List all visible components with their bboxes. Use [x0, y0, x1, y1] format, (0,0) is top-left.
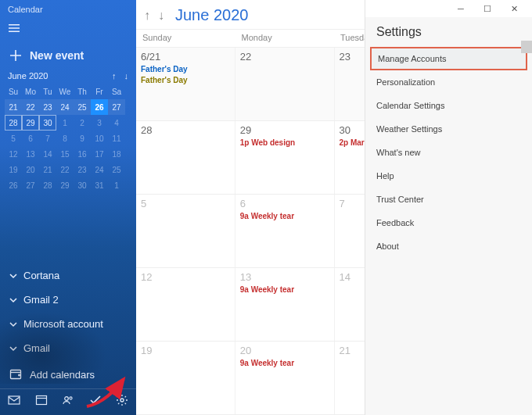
next-period-button[interactable]: ↓: [158, 9, 164, 23]
settings-item[interactable]: Weather Settings: [365, 117, 532, 141]
mini-next-button[interactable]: ↓: [124, 71, 129, 80]
day-number: 6: [240, 198, 329, 209]
settings-item[interactable]: Personalization: [365, 70, 532, 94]
mini-day[interactable]: 18: [108, 146, 125, 162]
mini-day[interactable]: 28: [5, 115, 22, 131]
calendar-day[interactable]: 12: [136, 268, 235, 341]
calendar-event[interactable]: 1p Web design: [240, 138, 329, 148]
mini-day[interactable]: 25: [108, 162, 125, 177]
mini-day[interactable]: 17: [91, 146, 108, 162]
calendar-event[interactable]: 9a Weekly tear: [240, 211, 329, 222]
mini-day[interactable]: 26: [91, 99, 108, 115]
calendar-event[interactable]: Father's Day: [141, 75, 230, 86]
settings-item[interactable]: About: [365, 234, 532, 258]
calendar-day[interactable]: 139a Weekly tear: [235, 268, 335, 341]
mini-dow: Th: [74, 84, 91, 99]
account-item[interactable]: Gmail: [0, 336, 136, 360]
mini-day[interactable]: 28: [39, 177, 56, 193]
mini-day[interactable]: 24: [56, 99, 74, 115]
calendar-event[interactable]: 9a Weekly tear: [240, 284, 329, 295]
mini-day[interactable]: 31: [91, 177, 108, 193]
calendar-day[interactable]: 5: [136, 195, 235, 267]
people-button[interactable]: [62, 394, 74, 409]
account-item[interactable]: Cortana: [0, 263, 136, 288]
settings-item[interactable]: Calendar Settings: [365, 94, 532, 117]
mini-day[interactable]: 25: [74, 99, 91, 115]
settings-panel: ─ ☐ ✕ Settings Manage AccountsPersonaliz…: [365, 0, 532, 415]
settings-item[interactable]: Feedback: [365, 211, 532, 234]
close-button[interactable]: ✕: [501, 4, 527, 14]
mini-day[interactable]: 30: [39, 115, 56, 131]
mini-day[interactable]: 14: [39, 146, 56, 162]
mini-day[interactable]: 2: [74, 115, 91, 131]
scrollbar-thumb[interactable]: [521, 41, 532, 53]
mini-day[interactable]: 27: [108, 99, 125, 115]
calendar-event[interactable]: Father's Day: [141, 64, 230, 75]
mini-day[interactable]: 3: [91, 115, 108, 131]
mini-dow: Tu: [39, 84, 56, 99]
mini-calendar[interactable]: SuMoTuWeThFrSa21222324252627282930123456…: [0, 84, 136, 198]
settings-item[interactable]: What's new: [365, 141, 532, 164]
mini-prev-button[interactable]: ↑: [112, 71, 117, 80]
mini-day[interactable]: 30: [74, 177, 91, 193]
mini-day[interactable]: 26: [5, 177, 22, 193]
mini-day[interactable]: 4: [108, 115, 125, 131]
dow-label: Sunday: [136, 33, 235, 42]
mail-button[interactable]: [8, 394, 20, 409]
mini-day[interactable]: 15: [56, 146, 74, 162]
mini-day[interactable]: 5: [5, 131, 22, 146]
calendar-day[interactable]: 19: [136, 342, 235, 414]
settings-item[interactable]: Help: [365, 164, 532, 188]
settings-button[interactable]: [116, 394, 128, 409]
mini-month-label: June 2020: [8, 71, 48, 80]
prev-period-button[interactable]: ↑: [144, 9, 150, 23]
mini-day[interactable]: 20: [22, 162, 39, 177]
maximize-button[interactable]: ☐: [474, 4, 501, 14]
mini-day[interactable]: 11: [108, 131, 125, 146]
mini-day[interactable]: 6: [22, 131, 39, 146]
chevron-down-icon: [9, 320, 17, 328]
mini-day[interactable]: 9: [74, 131, 91, 146]
mini-day[interactable]: 24: [91, 162, 108, 177]
calendar-button[interactable]: [35, 394, 48, 409]
calendar-day[interactable]: 209a Weekly tear: [235, 342, 335, 414]
account-item[interactable]: Microsoft account: [0, 312, 136, 336]
hamburger-button[interactable]: [0, 16, 136, 43]
account-item[interactable]: Gmail 2: [0, 288, 136, 312]
day-number: 6/21: [141, 51, 230, 63]
minimize-button[interactable]: ─: [448, 4, 474, 13]
add-calendars-button[interactable]: Add calendars: [0, 360, 136, 388]
mini-day[interactable]: 27: [22, 177, 39, 193]
new-event-button[interactable]: New event: [0, 43, 136, 71]
mini-day[interactable]: 23: [74, 162, 91, 177]
mini-day[interactable]: 19: [5, 162, 22, 177]
mini-day[interactable]: 21: [5, 99, 22, 115]
mini-day[interactable]: 29: [56, 177, 74, 193]
mini-day[interactable]: 1: [56, 115, 74, 131]
period-title[interactable]: June 2020: [175, 6, 248, 24]
mini-day[interactable]: 21: [39, 162, 56, 177]
calendar-day[interactable]: 69a Weekly tear: [235, 195, 335, 267]
calendar-day[interactable]: 28: [136, 121, 235, 194]
mini-day[interactable]: 8: [56, 131, 74, 146]
calendar-day[interactable]: 291p Web design: [235, 121, 335, 194]
mini-day[interactable]: 1: [108, 177, 125, 193]
settings-item[interactable]: Trust Center: [365, 188, 532, 211]
dow-label: Monday: [235, 33, 335, 42]
mini-day[interactable]: 23: [39, 99, 56, 115]
svg-rect-1: [9, 396, 20, 404]
mini-day[interactable]: 16: [74, 146, 91, 162]
mini-day[interactable]: 7: [39, 131, 56, 146]
mini-day[interactable]: 10: [91, 131, 108, 146]
calendar-day[interactable]: 6/21Father's DayFather's Day: [136, 48, 235, 120]
mini-day[interactable]: 22: [22, 99, 39, 115]
calendar-event[interactable]: 9a Weekly tear: [240, 358, 329, 369]
todo-button[interactable]: [89, 394, 102, 409]
mini-day[interactable]: 12: [5, 146, 22, 162]
mini-day[interactable]: 22: [56, 162, 74, 177]
settings-item[interactable]: Manage Accounts: [370, 47, 527, 70]
check-icon: [89, 394, 102, 406]
mini-day[interactable]: 13: [22, 146, 39, 162]
calendar-day[interactable]: 22: [235, 48, 335, 120]
mini-day[interactable]: 29: [22, 115, 39, 131]
